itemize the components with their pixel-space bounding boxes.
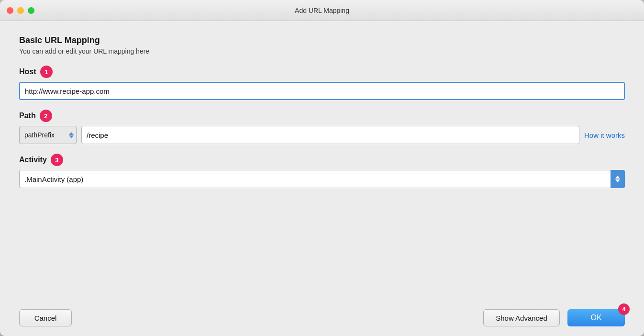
activity-label: Activity [19,156,47,164]
path-field-group: Path 2 pathPrefix pathPattern literal [19,110,625,144]
path-type-wrapper: pathPrefix pathPattern literal [19,126,77,144]
how-it-works-link[interactable]: How it works [584,131,625,139]
host-badge: 1 [40,66,53,78]
section-title: Basic URL Mapping [19,35,625,45]
activity-select-wrapper: .MainActivity (app) [19,170,625,188]
dialog-content: Basic URL Mapping You can add or edit yo… [0,21,644,302]
section-subtitle: You can add or edit your URL mapping her… [19,47,625,55]
ok-button[interactable]: OK [567,309,625,326]
ok-button-wrapper: 4 OK [567,309,625,326]
close-button[interactable] [7,7,13,14]
path-label-row: Path 2 [19,110,625,122]
host-label-row: Host 1 [19,66,625,78]
ok-badge: 4 [618,303,630,315]
activity-badge: 3 [51,154,63,166]
activity-select[interactable]: .MainActivity (app) [19,170,625,188]
path-row: pathPrefix pathPattern literal How it wo… [19,126,625,144]
activity-label-row: Activity 3 [19,154,625,166]
title-bar: Add URL Mapping [0,0,644,21]
activity-field-group: Activity 3 .MainActivity (app) [19,154,625,188]
host-field-group: Host 1 [19,66,625,100]
footer-right: Show Advanced 4 OK [483,309,625,326]
dialog-window: Add URL Mapping Basic URL Mapping You ca… [0,0,644,336]
host-input[interactable] [19,82,625,100]
path-type-select[interactable]: pathPrefix pathPattern literal [19,126,77,144]
path-input[interactable] [81,126,579,144]
maximize-button[interactable] [28,7,34,14]
host-label: Host [19,67,36,76]
path-badge: 2 [40,110,52,122]
path-label: Path [19,112,36,120]
cancel-button[interactable]: Cancel [19,309,72,326]
dialog-footer: Cancel Show Advanced 4 OK [0,302,644,336]
minimize-button[interactable] [17,7,24,14]
window-title: Add URL Mapping [295,7,349,14]
window-controls [7,7,34,14]
show-advanced-button[interactable]: Show Advanced [483,309,560,326]
